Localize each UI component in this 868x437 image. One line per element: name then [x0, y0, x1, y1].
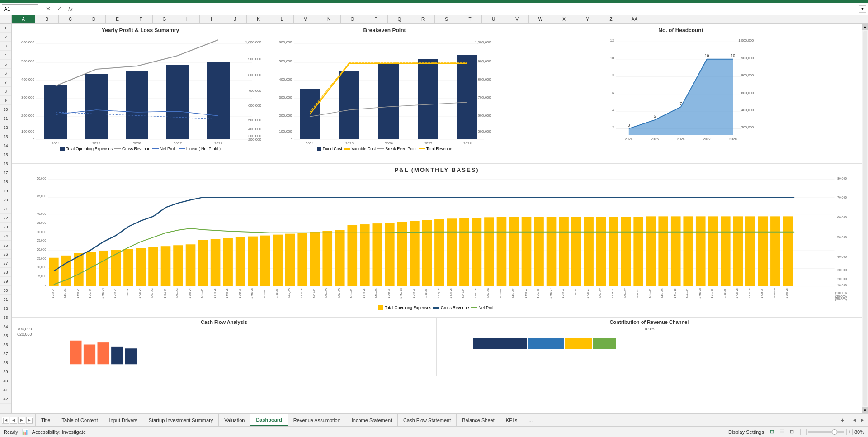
- name-box[interactable]: A1: [2, 4, 38, 14]
- tab-scroll-left-btn[interactable]: ◄: [851, 417, 858, 424]
- tab-dashboard[interactable]: Dashboard: [250, 414, 288, 426]
- svg-text:12: 12: [610, 38, 614, 43]
- col-header-f[interactable]: F: [129, 15, 153, 23]
- col-header-h[interactable]: H: [176, 15, 200, 23]
- col-header-g[interactable]: G: [153, 15, 176, 23]
- zoom-in-btn[interactable]: +: [846, 429, 853, 435]
- col-header-v[interactable]: V: [505, 15, 529, 23]
- tab-last-btn[interactable]: ►|: [26, 417, 33, 424]
- col-header-q[interactable]: Q: [388, 15, 411, 23]
- col-header-y[interactable]: Y: [576, 15, 599, 23]
- tab-input-drivers[interactable]: Input Drivers: [104, 414, 143, 426]
- svg-rect-148: [397, 222, 407, 286]
- svg-text:50,000: 50,000: [837, 236, 847, 239]
- spreadsheet-content[interactable]: Yearly Profit & Loss Sumamry 600,000 500…: [12, 24, 862, 413]
- zoom-slider[interactable]: [808, 431, 844, 433]
- col-header-k[interactable]: K: [247, 15, 270, 23]
- svg-rect-137: [260, 236, 270, 286]
- svg-text:600,000: 600,000: [248, 104, 261, 108]
- tab-next-btn[interactable]: ►: [18, 417, 25, 424]
- tab-table-of-content[interactable]: Table of Content: [56, 414, 104, 426]
- cash-flow-title: Cash Flow Analysis: [17, 319, 431, 325]
- bottom-sections: Cash Flow Analysis 700,000 620,000: [12, 318, 862, 376]
- tab-cash-flow-statement[interactable]: Cash Flow Statement: [398, 414, 457, 426]
- svg-text:1-Nov-27: 1-Nov-27: [624, 288, 627, 298]
- tab-more[interactable]: ...: [523, 414, 538, 426]
- pnl-summary-title: Yearly Profit & Loss Sumamry: [17, 27, 264, 33]
- col-header-r[interactable]: R: [411, 15, 435, 23]
- tab-balance-sheet[interactable]: Balance Sheet: [457, 414, 500, 426]
- svg-text:25,000: 25,000: [37, 239, 46, 242]
- svg-text:1-Feb-28: 1-Feb-28: [661, 288, 664, 298]
- col-header-n[interactable]: N: [317, 15, 341, 23]
- formula-input[interactable]: [76, 4, 857, 14]
- cancel-icon[interactable]: ✕: [44, 5, 52, 13]
- col-header-j[interactable]: J: [223, 15, 247, 23]
- svg-text:7: 7: [680, 101, 682, 106]
- svg-rect-171: [683, 216, 693, 286]
- col-header-p[interactable]: P: [364, 15, 388, 23]
- col-header-c[interactable]: C: [59, 15, 82, 23]
- vertical-scrollbar[interactable]: ▲ ▼: [862, 24, 868, 413]
- col-header-x[interactable]: X: [552, 15, 576, 23]
- tab-revenue-assumption[interactable]: Revenue Assumption: [288, 414, 346, 426]
- svg-rect-160: [547, 217, 557, 286]
- cash-flow-svg: [17, 337, 431, 368]
- svg-text:500,000: 500,000: [248, 118, 261, 122]
- display-settings[interactable]: Display Settings: [728, 429, 764, 435]
- tab-kpis[interactable]: KPI's: [500, 414, 523, 426]
- svg-text:1-Nov-26: 1-Nov-26: [474, 288, 477, 298]
- add-sheet-btn[interactable]: +: [836, 414, 849, 426]
- col-header-i[interactable]: I: [200, 15, 223, 23]
- tab-scroll-right-btn[interactable]: ►: [859, 417, 866, 424]
- zoom-out-btn[interactable]: −: [800, 429, 807, 435]
- col-header-e[interactable]: E: [106, 15, 129, 23]
- scroll-down-btn[interactable]: ▼: [862, 407, 868, 413]
- headcount-title: No. of Headcount: [505, 27, 856, 33]
- scroll-thumb[interactable]: [863, 31, 867, 406]
- svg-text:500,000: 500,000: [279, 59, 292, 63]
- tab-income-statement[interactable]: Income Statement: [346, 414, 398, 426]
- normal-view-btn[interactable]: ⊞: [768, 428, 777, 436]
- page-layout-btn[interactable]: ☰: [778, 428, 787, 436]
- col-header-aa[interactable]: AA: [623, 15, 646, 23]
- svg-rect-135: [236, 238, 245, 286]
- col-header-z[interactable]: Z: [599, 15, 623, 23]
- svg-text:40,000: 40,000: [837, 255, 847, 258]
- svg-text:400,000: 400,000: [248, 127, 261, 131]
- col-header-t[interactable]: T: [458, 15, 482, 23]
- svg-text:1-Jul-28: 1-Jul-28: [723, 289, 726, 298]
- svg-rect-126: [123, 249, 133, 286]
- revenue-channel-section: Contribution of Revenue Channel 100%: [437, 318, 862, 376]
- charts-row1: Yearly Profit & Loss Sumamry 600,000 500…: [12, 24, 862, 164]
- col-header-d[interactable]: D: [82, 15, 106, 23]
- col-header-s[interactable]: S: [435, 15, 458, 23]
- expand-formula-btn[interactable]: ▼: [859, 5, 866, 13]
- svg-text:1-Jun-24: 1-Jun-24: [113, 289, 116, 298]
- col-header-m[interactable]: M: [294, 15, 317, 23]
- confirm-icon[interactable]: ✓: [55, 5, 64, 13]
- col-header-w[interactable]: W: [529, 15, 552, 23]
- col-header-a[interactable]: A: [12, 15, 35, 23]
- col-header-u[interactable]: U: [482, 15, 505, 23]
- tab-title[interactable]: Title: [36, 414, 56, 426]
- tab-prev-btn[interactable]: ◄: [10, 417, 17, 424]
- svg-rect-162: [571, 217, 581, 286]
- col-header-o[interactable]: O: [341, 15, 364, 23]
- scroll-up-btn[interactable]: ▲: [862, 24, 868, 30]
- svg-rect-145: [360, 224, 370, 286]
- svg-rect-158: [522, 217, 532, 286]
- zoom-thumb[interactable]: [832, 429, 837, 435]
- tab-first-btn[interactable]: |◄: [2, 417, 9, 424]
- svg-text:200,000: 200,000: [741, 125, 754, 129]
- page-break-btn[interactable]: ⊟: [788, 428, 797, 436]
- col-header-b[interactable]: B: [35, 15, 59, 23]
- tab-startup-investment[interactable]: Startup Investment Summary: [143, 414, 219, 426]
- svg-text:45,000: 45,000: [37, 195, 46, 198]
- svg-text:20,000: 20,000: [37, 248, 46, 251]
- pnl-monthly-svg: 50,000 45,000 40,000 35,000 30,000 25,00…: [17, 174, 856, 303]
- col-header-l[interactable]: L: [270, 15, 294, 23]
- function-icon[interactable]: fx: [66, 5, 75, 13]
- svg-text:1-Apr-25: 1-Apr-25: [238, 289, 241, 298]
- tab-valuation[interactable]: Valuation: [219, 414, 250, 426]
